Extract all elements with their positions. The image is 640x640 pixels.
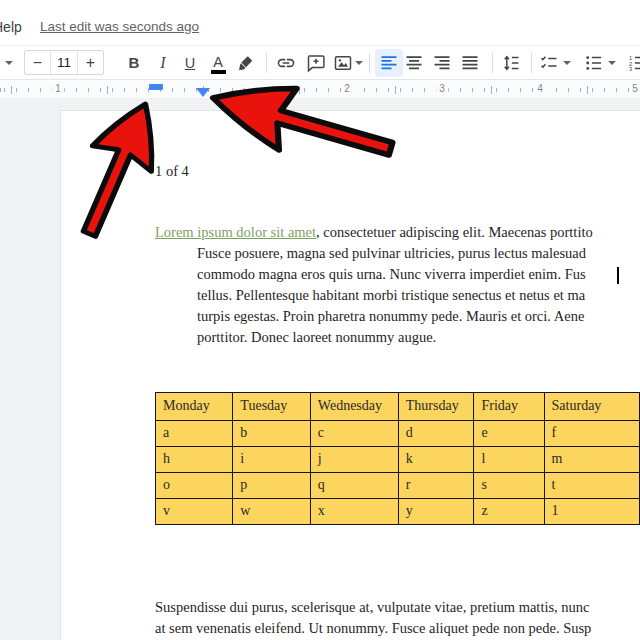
menu-bar: Help Last edit was seconds ago (0, 0, 640, 45)
table-cell[interactable]: e (474, 421, 544, 447)
table-cell[interactable]: s (474, 473, 544, 499)
align-right-button[interactable] (432, 53, 452, 73)
bulleted-list-dropdown[interactable] (608, 61, 616, 65)
align-left-icon (379, 53, 399, 73)
chevron-down-icon (5, 61, 13, 65)
insert-link-button[interactable] (276, 53, 296, 73)
table-header-cell[interactable]: Friday (474, 393, 544, 421)
menu-help[interactable]: Help (0, 19, 22, 35)
table-cell[interactable]: y (398, 499, 474, 525)
ruler-number: 4 (534, 83, 546, 94)
align-justify-button[interactable] (460, 53, 480, 73)
align-left-button[interactable] (375, 49, 403, 77)
table-header-cell[interactable]: Monday (156, 393, 233, 421)
align-right-icon (432, 53, 452, 73)
table-row: v w x y z 1 (156, 499, 640, 525)
chevron-down-icon (355, 61, 363, 65)
last-edit-status-link[interactable]: Last edit was seconds ago (40, 19, 199, 34)
table-cell[interactable]: x (310, 499, 398, 525)
underline-button[interactable]: U (177, 49, 203, 76)
table-row: o p q r s t (156, 473, 640, 499)
table-cell[interactable]: k (398, 447, 474, 473)
paragraph-line: porttitor. Donec laoreet nonummy augue. (197, 327, 640, 348)
table-cell[interactable]: m (544, 447, 639, 473)
paragraph-line: turpis egestas. Proin pharetra nonummy p… (197, 306, 640, 327)
text-color-label: A (213, 55, 223, 69)
paragraph-line: at sem venenatis eleifend. Ut nonummy. F… (155, 618, 640, 639)
table-cell[interactable]: r (398, 473, 474, 499)
paragraph-line: commodo magna eros quis urna. Nunc viver… (197, 264, 640, 285)
table-cell[interactable]: f (544, 421, 639, 447)
table-cell[interactable]: 1 (544, 499, 639, 525)
table-header-cell[interactable]: Tuesday (233, 393, 310, 421)
weekday-table[interactable]: Monday Tuesday Wednesday Thursday Friday… (155, 392, 640, 525)
table-cell[interactable]: w (233, 499, 310, 525)
chevron-down-icon (563, 61, 571, 65)
insert-image-button[interactable] (333, 53, 353, 73)
align-center-button[interactable] (404, 53, 424, 73)
table-cell[interactable]: l (474, 447, 544, 473)
table-cell[interactable]: c (310, 421, 398, 447)
table-cell[interactable]: b (233, 421, 310, 447)
table-cell[interactable]: t (544, 473, 639, 499)
document-page[interactable] (60, 110, 640, 640)
checklist-button[interactable] (539, 53, 559, 73)
paragraph-2[interactable]: Suspendisse dui purus, scelerisque at, v… (155, 597, 640, 639)
font-dropdown-caret-button[interactable] (5, 61, 13, 65)
numbered-list-button[interactable]: 1 2 3 (627, 53, 640, 73)
table-cell[interactable]: p (233, 473, 310, 499)
add-comment-icon (306, 53, 326, 73)
table-row: h i j k l m (156, 447, 640, 473)
bulleted-list-button[interactable] (584, 53, 604, 73)
increase-font-size-button[interactable]: + (78, 51, 103, 74)
left-indent-marker[interactable] (196, 88, 210, 97)
table-cell[interactable]: o (156, 473, 233, 499)
paragraph-1[interactable]: Lorem ipsum dolor sit amet, consectetuer… (155, 222, 640, 348)
ruler-number: 1 (52, 83, 64, 94)
table-cell[interactable]: q (310, 473, 398, 499)
table-header-cell[interactable]: Wednesday (310, 393, 398, 421)
svg-text:3: 3 (629, 66, 632, 72)
formatting-toolbar: − 11 + B I U A (0, 45, 640, 80)
table-cell[interactable]: h (156, 447, 233, 473)
paragraph-line: Suspendisse dui purus, scelerisque at, v… (155, 597, 640, 618)
toolbar-separator (492, 53, 493, 73)
bold-button[interactable]: B (121, 49, 147, 76)
horizontal-ruler[interactable]: 1 2 3 4 5 (0, 81, 640, 98)
toolbar-separator (266, 53, 267, 73)
table-cell[interactable]: a (156, 421, 233, 447)
lorem-ipsum-link[interactable]: Lorem ipsum dolor sit amet (155, 224, 316, 240)
table-header-cell[interactable]: Saturday (544, 393, 639, 421)
first-line-indent-marker[interactable] (149, 84, 163, 90)
highlighter-icon (237, 54, 257, 74)
decrease-font-size-button[interactable]: − (25, 51, 50, 74)
toolbar-separator (531, 53, 532, 73)
highlight-color-button[interactable] (237, 54, 257, 74)
table-cell[interactable]: i (233, 447, 310, 473)
line-spacing-button[interactable] (501, 53, 521, 73)
text-color-button[interactable]: A (205, 49, 231, 76)
page-indicator: 1 of 4 (155, 161, 189, 182)
ruler-number: 3 (436, 83, 448, 94)
table-header-row: Monday Tuesday Wednesday Thursday Friday… (156, 393, 640, 421)
insert-image-icon (333, 53, 353, 73)
paragraph-line-text: , consectetuer adipiscing elit. Maecenas… (316, 224, 593, 240)
align-justify-icon (460, 53, 480, 73)
table-cell[interactable]: z (474, 499, 544, 525)
align-center-icon (404, 53, 424, 73)
insert-image-dropdown[interactable] (355, 61, 363, 65)
table-cell[interactable]: j (310, 447, 398, 473)
font-size-value[interactable]: 11 (50, 51, 78, 74)
table-cell[interactable]: v (156, 499, 233, 525)
insert-link-icon (276, 53, 296, 73)
google-docs-window: Help Last edit was seconds ago − 11 + B … (0, 0, 640, 640)
paragraph-line: Lorem ipsum dolor sit amet, consectetuer… (155, 222, 640, 243)
add-comment-button[interactable] (306, 53, 326, 73)
table-row: a b c d e f (156, 421, 640, 447)
table-cell[interactable]: d (398, 421, 474, 447)
italic-button[interactable]: I (150, 49, 176, 76)
checklist-dropdown[interactable] (563, 61, 571, 65)
ruler-number: 2 (341, 83, 353, 94)
font-size-control: − 11 + (24, 50, 104, 75)
table-header-cell[interactable]: Thursday (398, 393, 474, 421)
